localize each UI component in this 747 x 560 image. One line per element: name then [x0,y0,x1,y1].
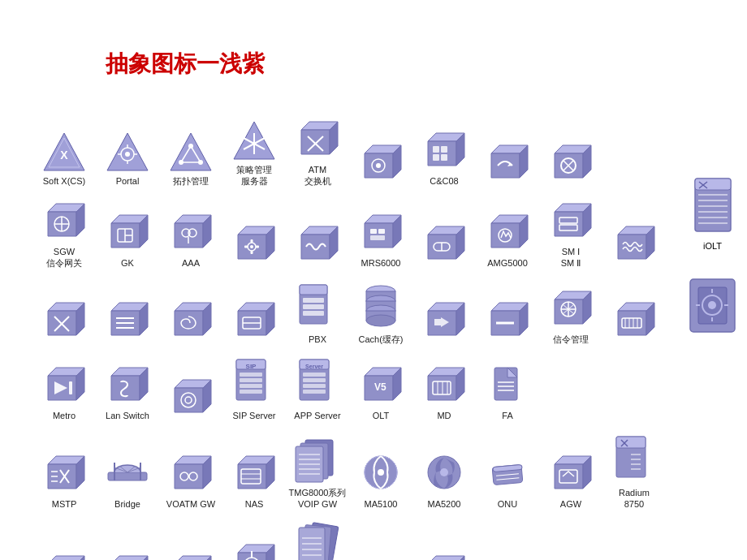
svg-rect-81 [370,229,377,234]
icon-cube-circle[interactable] [539,137,602,187]
svg-marker-258 [111,556,148,560]
appserver-label: APP Server [294,410,340,421]
icon-settings[interactable] [222,218,286,269]
icon-lanswitch[interactable]: Lan Switch [96,360,159,421]
icon-mstp[interactable]: MSTP [32,448,96,510]
svg-rect-174 [240,390,262,394]
icon-voipfunc[interactable]: VOIP功能 路由器 [222,536,286,560]
svg-rect-178 [303,373,326,377]
svg-marker-10 [171,133,211,170]
svg-rect-181 [303,390,326,394]
icon-appserver[interactable]: Server APP Server [286,353,349,421]
svg-marker-113 [175,311,203,335]
icon-iad[interactable]: IAD [412,548,476,560]
icon-softx[interactable]: X Soft X(CS) [32,130,96,187]
agw-label: AGW [560,498,581,510]
svg-point-70 [250,245,253,248]
svg-rect-37 [441,154,447,161]
atm-label: ATM 交换机 [304,164,331,187]
icon-fa[interactable]: FA [476,360,539,421]
icon-radium[interactable]: Radium 8750 [602,430,666,510]
icon-policy[interactable]: 策略管理 服务器 [222,118,286,187]
svg-text:X: X [60,149,68,162]
svg-rect-74 [256,246,259,248]
icon-bridge[interactable]: Bridge [96,448,159,510]
svg-point-131 [366,315,395,326]
icon-onu[interactable]: ONU [476,448,539,510]
icon-spiral[interactable] [159,295,222,345]
svg-marker-94 [555,212,583,236]
svg-rect-124 [303,311,324,316]
icon-metro[interactable]: Metro [32,360,96,421]
icon-cube-gear[interactable] [349,137,412,187]
svg-point-237 [440,468,448,476]
svg-marker-22 [301,130,330,154]
pbx-label: PBX [309,334,326,345]
svg-rect-247 [616,437,646,448]
icon-msr[interactable]: MSR多业务 交换机 (ATM/IP/MPLS) [286,518,349,560]
gk-label: GK [121,257,134,269]
nas-label: NAS [245,498,264,510]
icon-agw[interactable]: AGW [539,448,602,510]
svg-rect-179 [303,378,326,382]
icon-aaa[interactable]: AAA [159,207,222,269]
icon-wave[interactable] [286,218,349,269]
icon-atm[interactable]: ATM 交换机 [286,114,349,187]
icon-sm[interactable]: SM Ⅰ SM Ⅱ [539,196,602,269]
amg5000-label: AMG5000 [487,257,528,269]
icon-iolt[interactable]: iOLT [689,174,737,251]
icon-pbx[interactable]: PBX [286,277,349,345]
icon-cc08[interactable]: C&C08 [412,125,476,187]
svg-rect-71 [251,239,253,243]
icon-olt[interactable]: V5 OLT [349,360,412,421]
icon-circle2[interactable] [159,372,222,422]
icon-topology[interactable]: 拓扑管理 [159,130,222,187]
svg-rect-35 [441,146,447,153]
svg-rect-159 [69,381,72,394]
radium-label: Radium 8750 [619,487,650,510]
cc08-label: C&C08 [430,175,458,187]
icon-sipserver[interactable]: SIP SIP Server [222,353,286,421]
svg-rect-123 [303,304,324,309]
icon-rect[interactable] [222,295,286,345]
icon-lines[interactable] [96,295,159,345]
svg-marker-220 [238,464,266,489]
icon-pill[interactable] [412,218,476,269]
svg-rect-83 [370,235,385,240]
icon-wave2[interactable] [602,218,666,269]
icon-md[interactable]: MD [412,360,476,421]
icon-portal[interactable]: Portal [96,130,159,187]
icon-switch[interactable] [412,295,476,345]
svg-point-5 [125,152,130,157]
svg-rect-34 [433,146,439,153]
svg-point-14 [188,144,193,149]
icon-gk[interactable]: GK [96,207,159,269]
svg-marker-32 [428,141,456,166]
icon-voatmgw[interactable]: VOATM GW [159,448,222,510]
svg-point-15 [179,160,184,165]
icon-tmg8000[interactable]: TMG8000系列 VOIP GW [286,430,349,510]
icon-sgw[interactable]: SGW 信令网关 [32,196,96,269]
icon-mrs6000[interactable]: MRS6000 [349,207,412,269]
svg-point-30 [376,163,381,168]
svg-text:SIP: SIP [246,363,257,370]
icon-amg5000[interactable]: AMG5000 [476,207,539,269]
icon-ma5200[interactable]: MA5200 [412,442,476,510]
icon-x2[interactable] [32,295,96,345]
onu-label: ONU [498,498,517,510]
icon-hdmi[interactable] [602,295,666,345]
svg-marker-99 [618,235,646,259]
icon-sigman[interactable]: 信令管理 [539,283,602,345]
icon-cache[interactable]: Cach(缓存) [349,277,412,345]
icon-router[interactable]: R 路由器 [159,548,222,560]
icon-minus[interactable] [476,295,539,345]
icon-ma5100[interactable]: MA5100 [349,442,412,510]
icon-cmts[interactable]: CMTS [96,548,159,560]
icon-cube-arrow[interactable] [476,137,539,187]
mstp-label: MSTP [52,498,77,510]
voatmgw-label: VOATM GW [166,498,215,510]
icon-sipp[interactable]: SIPP [32,548,96,560]
icon-nas[interactable]: NAS [222,448,286,510]
sipserver-label: SIP Server [233,410,276,421]
icon-big-connector[interactable] [686,275,739,338]
